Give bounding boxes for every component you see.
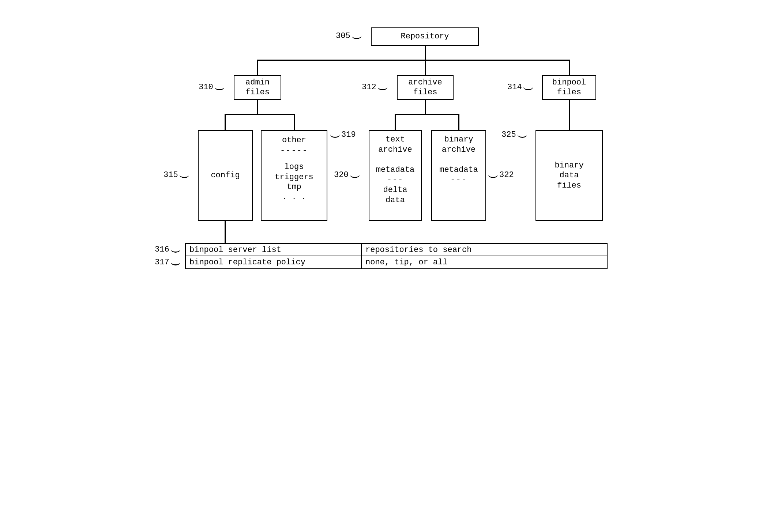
ref-mark bbox=[330, 132, 340, 138]
node-label: files bbox=[245, 87, 270, 98]
ref-number: 319 bbox=[341, 130, 356, 139]
node-label: binpool bbox=[552, 78, 586, 88]
node-label: Repository bbox=[401, 31, 449, 42]
cell-text: none, tip, or all bbox=[365, 258, 447, 267]
ref-label-305: 305 bbox=[336, 32, 363, 40]
ref-mark bbox=[518, 132, 527, 138]
node-text-archive: text archive metadata --- delta data bbox=[369, 130, 422, 221]
ref-mark bbox=[171, 259, 180, 265]
node-label: binary bbox=[444, 135, 473, 145]
diagram-canvas: Repository admin files archive files bin… bbox=[155, 0, 608, 316]
node-label: tmp bbox=[287, 182, 301, 192]
node-binary-archive: binary archive metadata --- bbox=[431, 130, 486, 221]
node-binary-data-files: binary data files bbox=[535, 130, 603, 221]
connector bbox=[569, 60, 570, 76]
connector bbox=[225, 220, 226, 244]
node-label: archive bbox=[408, 78, 442, 88]
node-label: archive bbox=[378, 145, 412, 155]
node-repository: Repository bbox=[371, 27, 479, 46]
ref-number: 310 bbox=[199, 83, 213, 92]
node-label: data bbox=[386, 195, 405, 205]
ref-mark bbox=[215, 84, 224, 90]
ref-label-325: 325 bbox=[501, 131, 529, 139]
connector bbox=[458, 114, 459, 131]
node-label: files bbox=[557, 181, 581, 191]
connector bbox=[395, 114, 459, 115]
ref-label-312: 312 bbox=[362, 83, 389, 91]
connector bbox=[425, 99, 426, 115]
ref-number: 305 bbox=[336, 31, 350, 41]
ref-mark bbox=[180, 172, 189, 178]
ref-number: 315 bbox=[164, 170, 178, 180]
connector bbox=[425, 45, 426, 60]
node-label: admin bbox=[245, 78, 270, 88]
ref-number: 320 bbox=[334, 170, 349, 180]
separator: ----- bbox=[280, 146, 308, 156]
ref-number: 317 bbox=[155, 258, 169, 267]
ref-label-319: 319 bbox=[329, 131, 356, 139]
ref-mark bbox=[523, 84, 533, 90]
ref-number: 314 bbox=[507, 83, 522, 92]
node-config: config bbox=[198, 130, 253, 221]
ref-number: 316 bbox=[155, 245, 169, 254]
separator: --- bbox=[450, 175, 467, 185]
ref-mark bbox=[488, 172, 498, 178]
ref-label-322: 322 bbox=[487, 171, 514, 179]
table-r2c1: binpool replicate policy bbox=[185, 256, 362, 269]
ref-label-320: 320 bbox=[334, 171, 361, 179]
ref-mark bbox=[378, 84, 387, 90]
ref-label-316: 316 bbox=[155, 246, 182, 254]
table-r2c2: none, tip, or all bbox=[361, 256, 608, 269]
table-r1c1: binpool server list bbox=[185, 243, 362, 257]
connector bbox=[395, 114, 396, 131]
connector bbox=[225, 114, 294, 115]
ref-number: 322 bbox=[499, 170, 514, 180]
node-label: data bbox=[560, 170, 579, 181]
node-label: metadata bbox=[439, 165, 478, 175]
connector bbox=[425, 60, 426, 76]
ref-label-317: 317 bbox=[155, 259, 182, 267]
cell-text: repositories to search bbox=[365, 245, 471, 254]
separator: --- bbox=[387, 175, 404, 185]
node-binpool-files: binpool files bbox=[542, 75, 596, 100]
table-r1c2: repositories to search bbox=[361, 243, 608, 257]
node-other: other ----- logs triggers tmp . . . bbox=[261, 130, 327, 221]
ref-mark bbox=[350, 172, 360, 178]
ref-label-314: 314 bbox=[507, 83, 534, 91]
connector bbox=[569, 99, 570, 131]
node-label: metadata bbox=[376, 165, 415, 175]
connector bbox=[294, 114, 295, 131]
ref-number: 325 bbox=[501, 130, 516, 139]
node-label: text bbox=[386, 135, 405, 145]
connector bbox=[257, 60, 258, 76]
node-admin-files: admin files bbox=[234, 75, 281, 100]
ref-mark bbox=[171, 246, 180, 253]
node-label: logs bbox=[285, 162, 304, 172]
node-label: other bbox=[282, 135, 306, 146]
node-label: triggers bbox=[275, 172, 313, 182]
connector bbox=[257, 99, 258, 115]
node-label: files bbox=[557, 87, 581, 98]
node-label: files bbox=[413, 87, 437, 98]
ref-label-315: 315 bbox=[164, 171, 191, 179]
connector bbox=[258, 60, 570, 61]
ref-mark bbox=[352, 33, 361, 39]
node-label: archive bbox=[442, 145, 476, 155]
ref-label-310: 310 bbox=[199, 83, 226, 91]
ref-number: 312 bbox=[362, 83, 376, 92]
node-label: config bbox=[211, 170, 240, 181]
cell-text: binpool server list bbox=[189, 245, 281, 254]
node-label: binary bbox=[555, 161, 583, 171]
cell-text: binpool replicate policy bbox=[189, 258, 305, 267]
node-label: delta bbox=[383, 185, 407, 195]
node-label: . . . bbox=[282, 192, 306, 203]
node-archive-files: archive files bbox=[397, 75, 454, 100]
connector bbox=[225, 114, 226, 131]
